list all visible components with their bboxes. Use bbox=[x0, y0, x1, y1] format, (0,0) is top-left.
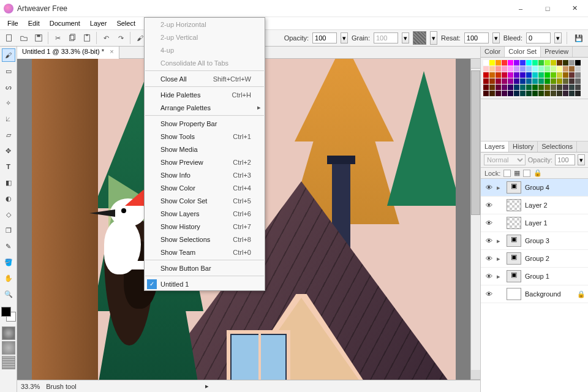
resat-spinner[interactable]: ▾ bbox=[492, 32, 500, 43]
color-swatch[interactable] bbox=[508, 78, 513, 84]
perspective-tool[interactable]: ▱ bbox=[2, 128, 15, 141]
resat-input[interactable]: 100 bbox=[464, 32, 489, 43]
color-swatch[interactable] bbox=[514, 85, 519, 90]
color-swatch[interactable] bbox=[532, 85, 538, 90]
blend-mode-select[interactable]: Normal bbox=[484, 154, 526, 165]
undo-button[interactable]: ↶ bbox=[99, 31, 113, 45]
new-file-button[interactable] bbox=[2, 31, 16, 45]
color-swatch[interactable] bbox=[514, 72, 519, 78]
lock-position-toggle[interactable] bbox=[523, 170, 530, 177]
color-swatch[interactable] bbox=[575, 91, 581, 96]
layer-row[interactable]: 👁▸▣Group 4 bbox=[481, 179, 588, 197]
menuitem-show-team[interactable]: Show TeamCtrl+0 bbox=[145, 246, 265, 258]
color-swatch[interactable] bbox=[489, 72, 495, 78]
color-swatch[interactable] bbox=[551, 91, 556, 96]
layer-opacity-input[interactable]: 100 bbox=[555, 154, 575, 165]
color-swatches[interactable] bbox=[1, 307, 16, 322]
color-swatch[interactable] bbox=[520, 60, 526, 66]
color-swatch[interactable] bbox=[489, 85, 495, 90]
layer-row[interactable]: 👁Layer 1 bbox=[481, 214, 588, 232]
color-swatch[interactable] bbox=[514, 78, 519, 84]
gradient-tool[interactable]: ◐ bbox=[2, 192, 15, 205]
menu-file[interactable]: File bbox=[2, 17, 23, 29]
paste-button[interactable] bbox=[80, 31, 94, 45]
grain-texture-swatch[interactable] bbox=[413, 31, 426, 45]
visibility-icon[interactable]: 👁 bbox=[484, 202, 493, 209]
stamp-tool[interactable]: ❐ bbox=[2, 224, 15, 237]
color-swatch[interactable] bbox=[502, 72, 507, 78]
layer-row[interactable]: 👁▸▣Group 3 bbox=[481, 232, 588, 250]
color-swatch[interactable] bbox=[514, 91, 519, 96]
color-swatch[interactable] bbox=[557, 91, 562, 96]
expand-icon[interactable]: ▸ bbox=[497, 255, 503, 263]
menu-edit[interactable]: Edit bbox=[23, 17, 45, 29]
menu-layer[interactable]: Layer bbox=[85, 17, 112, 29]
paper-texture-2[interactable] bbox=[2, 341, 15, 355]
layer-row[interactable]: 👁Layer 2 bbox=[481, 197, 588, 214]
menuitem-untitled-1[interactable]: ✓Untitled 1 bbox=[145, 277, 265, 290]
color-swatch[interactable] bbox=[575, 72, 581, 78]
paper-texture-3[interactable] bbox=[2, 356, 15, 369]
color-swatch[interactable] bbox=[532, 91, 538, 96]
color-swatch[interactable] bbox=[502, 78, 507, 84]
layer-row[interactable]: 👁▸▣Group 1 bbox=[481, 268, 588, 285]
status-caret-icon[interactable]: ▸ bbox=[205, 382, 209, 390]
color-swatch[interactable] bbox=[551, 85, 556, 90]
lock-transparency-toggle[interactable] bbox=[503, 170, 511, 177]
scroll-up-button[interactable] bbox=[471, 59, 480, 69]
color-swatch[interactable] bbox=[508, 72, 513, 78]
menuitem-hide-palettes[interactable]: Hide PalettesCtrl+H bbox=[145, 88, 265, 101]
menuitem-arrange-palettes[interactable]: Arrange Palettes▸ bbox=[145, 101, 265, 114]
color-swatch[interactable] bbox=[496, 60, 501, 66]
color-swatch[interactable] bbox=[557, 66, 562, 72]
color-swatch[interactable] bbox=[557, 85, 562, 90]
color-swatch[interactable] bbox=[532, 72, 538, 78]
open-file-button[interactable] bbox=[17, 31, 31, 45]
visibility-icon[interactable]: 👁 bbox=[484, 184, 493, 191]
color-swatch[interactable] bbox=[483, 78, 489, 84]
visibility-icon[interactable]: 👁 bbox=[484, 255, 493, 262]
magic-wand-tool[interactable]: ✧ bbox=[2, 96, 15, 110]
menuitem-show-color[interactable]: Show ColorCtrl+4 bbox=[145, 181, 265, 194]
move-tool[interactable]: ✥ bbox=[2, 144, 15, 157]
document-tab[interactable]: Untitled 1 @ 33.3% (8-bit) * × bbox=[17, 47, 119, 59]
expand-icon[interactable]: ▸ bbox=[497, 273, 503, 281]
color-swatch[interactable] bbox=[502, 60, 507, 66]
color-swatch[interactable] bbox=[514, 66, 519, 72]
color-swatch[interactable] bbox=[483, 66, 489, 72]
color-swatch[interactable] bbox=[538, 60, 544, 66]
color-swatch[interactable] bbox=[575, 66, 581, 72]
color-swatch[interactable] bbox=[526, 60, 532, 66]
layer-opacity-spinner[interactable]: ▾ bbox=[578, 154, 585, 165]
color-swatch[interactable] bbox=[538, 66, 544, 72]
color-swatch[interactable] bbox=[557, 60, 562, 66]
color-swatch[interactable] bbox=[563, 60, 568, 66]
color-swatch[interactable] bbox=[508, 85, 513, 90]
paper-texture-1[interactable] bbox=[2, 326, 15, 340]
opacity-spinner[interactable]: ▾ bbox=[341, 32, 348, 43]
expand-icon[interactable]: ▸ bbox=[497, 184, 503, 192]
color-swatch[interactable] bbox=[563, 72, 568, 78]
visibility-icon[interactable]: 👁 bbox=[484, 219, 493, 227]
copy-button[interactable] bbox=[66, 31, 79, 45]
color-swatch[interactable] bbox=[569, 91, 575, 96]
color-swatch[interactable] bbox=[489, 91, 495, 96]
color-swatch[interactable] bbox=[483, 60, 489, 66]
text-tool[interactable]: T bbox=[2, 160, 15, 173]
color-swatch[interactable] bbox=[489, 60, 495, 66]
color-swatch[interactable] bbox=[569, 60, 575, 66]
menuitem-show-info[interactable]: Show InfoCtrl+3 bbox=[145, 168, 265, 181]
eraser-tool[interactable]: ◇ bbox=[2, 208, 15, 221]
color-swatch[interactable] bbox=[575, 60, 581, 66]
color-swatch[interactable] bbox=[538, 78, 544, 84]
fill-tool[interactable]: 🪣 bbox=[2, 255, 15, 269]
color-swatch[interactable] bbox=[545, 78, 550, 84]
color-swatch[interactable] bbox=[538, 91, 544, 96]
bleed-input[interactable]: 0 bbox=[526, 32, 551, 43]
color-swatch[interactable] bbox=[526, 66, 532, 72]
menu-select[interactable]: Select bbox=[111, 17, 140, 29]
color-swatch[interactable] bbox=[563, 78, 568, 84]
grain-spinner[interactable]: ▾ bbox=[402, 32, 409, 43]
color-swatch[interactable] bbox=[520, 91, 526, 96]
color-swatch[interactable] bbox=[502, 91, 507, 96]
